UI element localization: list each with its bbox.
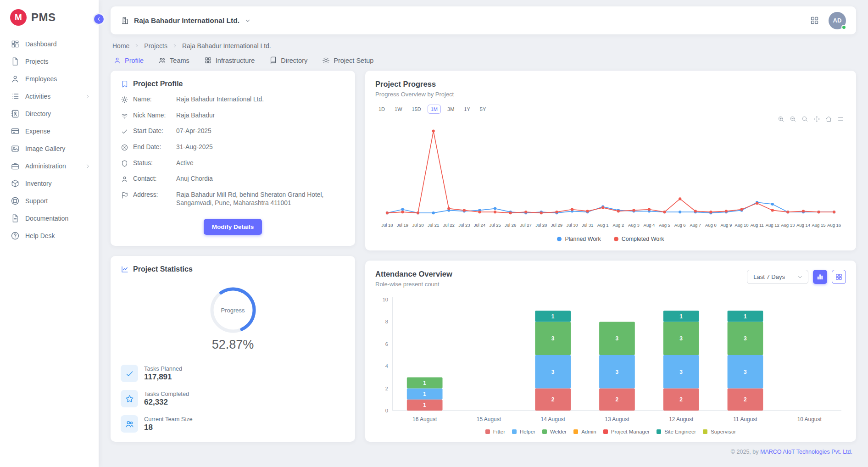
modify-details-button[interactable]: Modify Details	[204, 219, 262, 235]
legend-item[interactable]: Project Manager	[603, 429, 650, 434]
sidebar-item-projects[interactable]: Projects	[0, 53, 99, 70]
legend-item[interactable]: Planned Work	[557, 236, 601, 242]
employees-icon	[11, 74, 20, 83]
sidebar-item-directory[interactable]: Directory	[0, 106, 99, 122]
reset-home-icon[interactable]	[825, 116, 832, 122]
sidebar-item-help-desk[interactable]: Help Desk	[0, 228, 99, 244]
sidebar-item-administration[interactable]: Administration	[0, 158, 99, 174]
range-1d-button[interactable]: 1D	[375, 105, 388, 114]
svg-text:4: 4	[385, 363, 388, 369]
stat-tasks-completed: Tasks Completed 62,332	[121, 390, 345, 407]
stat-tasks-planned: Tasks Planned 117,891	[121, 365, 345, 382]
svg-text:14 August: 14 August	[541, 416, 566, 423]
svg-text:Jul 28: Jul 28	[535, 222, 547, 228]
range-3m-button[interactable]: 3M	[444, 105, 457, 114]
sidebar-item-image-gallery[interactable]: Image Gallery	[0, 140, 99, 157]
sidebar-item-support[interactable]: Support	[0, 193, 99, 209]
table-view-button[interactable]	[832, 270, 846, 284]
dashboard-icon	[11, 39, 20, 49]
legend-item[interactable]: Helper	[512, 429, 535, 434]
svg-text:3: 3	[679, 335, 683, 342]
legend-item[interactable]: Supervisor	[703, 429, 736, 434]
svg-text:1: 1	[551, 313, 555, 320]
project-statistics-card: Project Statistics Progress 52.87% Tasks…	[111, 256, 355, 442]
chart-view-button[interactable]	[813, 270, 827, 284]
svg-text:Jul 31: Jul 31	[582, 222, 593, 228]
topbar-right: AD	[810, 12, 846, 29]
breadcrumb-home[interactable]: Home	[112, 42, 129, 50]
svg-text:Jul 21: Jul 21	[428, 222, 439, 228]
svg-text:Aug 4: Aug 4	[644, 222, 655, 228]
tab-directory[interactable]: Directory	[269, 56, 307, 64]
progress-gauge: Progress	[207, 284, 259, 336]
progress-chart-legend: Planned WorkCompleted Work	[375, 234, 846, 243]
directory-tab-icon	[269, 56, 277, 64]
legend-item[interactable]: Admin	[573, 429, 596, 434]
tab-project-setup[interactable]: Project Setup	[322, 56, 373, 64]
chart-menu-icon[interactable]	[837, 116, 844, 122]
company-selector[interactable]: Raja Bahadur International Ltd.	[121, 16, 251, 25]
tab-label: Directory	[281, 57, 307, 64]
range-15d-button[interactable]: 15D	[409, 105, 424, 114]
attendance-controls: Last 7 Days	[747, 270, 846, 284]
sidebar-collapse-button[interactable]	[93, 13, 105, 25]
sidebar-item-label: Employees	[25, 75, 91, 83]
project-profile-card: Project Profile Name: Raja Bahadur Inter…	[111, 71, 355, 246]
apps-grid-icon[interactable]	[810, 16, 819, 25]
svg-text:3: 3	[616, 369, 619, 375]
range-1y-button[interactable]: 1Y	[461, 105, 473, 114]
sidebar-item-activities[interactable]: Activities	[0, 88, 99, 105]
svg-text:Aug 2: Aug 2	[612, 222, 624, 228]
autoscale-icon[interactable]	[801, 116, 808, 122]
zoom-in-icon[interactable]	[778, 116, 785, 122]
flag-icon	[121, 191, 128, 199]
svg-text:Aug 15: Aug 15	[812, 222, 826, 228]
tab-teams[interactable]: Teams	[158, 56, 189, 64]
range-1m-button[interactable]: 1M	[428, 105, 441, 114]
svg-text:1: 1	[744, 313, 747, 320]
legend-item[interactable]: Completed Work	[614, 236, 664, 242]
card-title: Attendance Overview	[375, 270, 452, 278]
sidebar-item-employees[interactable]: Employees	[0, 71, 99, 87]
tab-infrastructure[interactable]: Infrastructure	[204, 56, 255, 64]
sidebar-item-dashboard[interactable]: Dashboard	[0, 36, 99, 52]
app-logo[interactable]: M PMS	[0, 0, 99, 33]
sidebar: M PMS Dashboard Projects Employees Activ…	[0, 0, 99, 467]
svg-text:3: 3	[744, 335, 747, 342]
card-title: Project Statistics	[133, 265, 193, 273]
tab-profile[interactable]: Profile	[113, 56, 144, 64]
svg-text:Aug 14: Aug 14	[796, 222, 810, 228]
sidebar-item-expense[interactable]: Expense	[0, 123, 99, 139]
date-range-select[interactable]: Last 7 Days	[747, 270, 808, 284]
svg-text:Jul 20: Jul 20	[412, 222, 423, 228]
legend-item[interactable]: Site Engineer	[657, 429, 696, 434]
attendance-bar-chart[interactable]: 024681011116 August15 August233114 Augus…	[375, 293, 846, 427]
svg-text:2: 2	[551, 396, 555, 403]
sidebar-item-label: Documentation	[25, 215, 91, 222]
progress-line-chart[interactable]: Jul 18Jul 19Jul 20Jul 21Jul 22Jul 23Jul …	[375, 119, 846, 234]
sidebar-item-label: Inventory	[25, 180, 91, 187]
sidebar-item-inventory[interactable]: Inventory	[0, 175, 99, 192]
shield-icon	[121, 160, 128, 167]
range-5y-button[interactable]: 5Y	[477, 105, 489, 114]
chevron-right-icon	[84, 163, 91, 170]
breadcrumb-projects[interactable]: Projects	[144, 42, 167, 50]
range-1w-button[interactable]: 1W	[391, 105, 406, 114]
svg-text:16 August: 16 August	[412, 416, 437, 423]
company-name: Raja Bahadur International Ltd.	[134, 17, 239, 25]
legend-item[interactable]: Welder	[542, 429, 567, 434]
pan-icon[interactable]	[813, 116, 820, 122]
avatar[interactable]: AD	[829, 12, 846, 29]
legend-item[interactable]: Fitter	[485, 429, 505, 434]
field-address: Address: Raja Bahadur Mill Rd, behind Sh…	[121, 191, 345, 208]
svg-text:15 August: 15 August	[477, 416, 501, 423]
zoom-out-icon[interactable]	[790, 116, 796, 122]
bookmark-icon	[121, 80, 129, 88]
field-status: Status: Active	[121, 159, 345, 168]
svg-text:1: 1	[679, 313, 683, 320]
svg-text:Jul 25: Jul 25	[489, 222, 501, 228]
svg-text:Aug 13: Aug 13	[781, 222, 795, 228]
sidebar-item-documentation[interactable]: Documentation	[0, 210, 99, 227]
footer-company-link[interactable]: MARCO AIoT Technologies Pvt. Ltd.	[760, 449, 852, 455]
check-icon	[125, 369, 134, 378]
